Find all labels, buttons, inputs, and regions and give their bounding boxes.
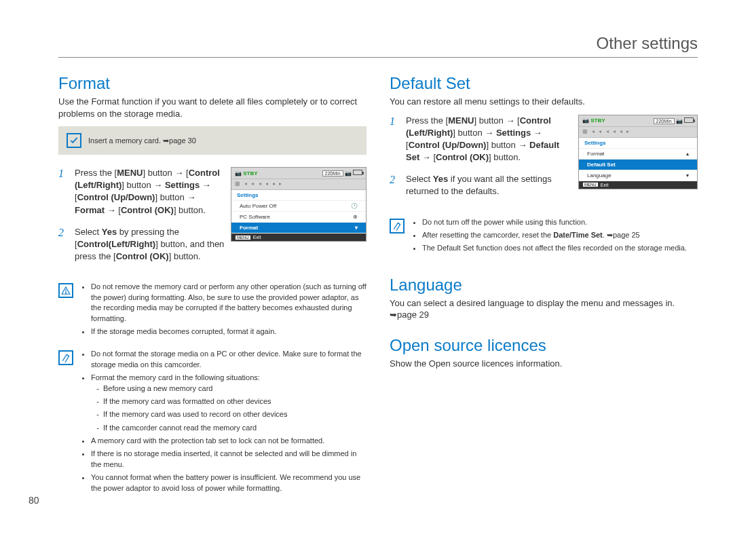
format-tips-block: Do not format the storage media on a PC … (58, 349, 366, 496)
page-number: 80 (29, 495, 39, 506)
warning-icon (58, 283, 73, 298)
language-heading: Language (390, 276, 698, 295)
step-number: 1 (390, 115, 399, 128)
default-tips-block: Do not turn off the power while using th… (390, 217, 698, 257)
format-step-1: Press the [MENU] button → [Control (Left… (75, 167, 225, 217)
default-step-1: Press the [MENU] button → [Control (Left… (406, 115, 573, 164)
lcd-screenshot-default: 📷 STBY 220Min 📷 ▦ ◂ ◂ ◂ ◂ ◂ ▸ Settings F… (578, 115, 698, 189)
left-column: Format Use the Format function if you wa… (58, 70, 366, 506)
osl-heading: Open source licences (390, 336, 698, 355)
language-lead: You can select a desired language to dis… (390, 297, 698, 321)
format-lead: Use the Format function if you want to d… (58, 96, 366, 119)
note-icon (390, 219, 405, 234)
svg-point-1 (65, 293, 66, 293)
note-icon (58, 350, 73, 365)
default-set-lead: You can restore all menu settings to the… (390, 96, 698, 108)
format-heading: Format (58, 74, 366, 93)
check-icon (67, 133, 81, 148)
right-column: Default Set You can restore all menu set… (390, 70, 698, 506)
page-header: Other settings (58, 34, 698, 58)
osl-lead: Show the Open source licences informatio… (390, 358, 698, 370)
format-warning-block: Do not remove the memory card or perform… (58, 282, 366, 339)
step-number: 1 (58, 167, 68, 180)
lcd-screenshot-format: 📷 STBY 220Min 📷 ▦ ◂ ◂ ◂ ◂ ◂ ▸ Settings A… (231, 167, 366, 242)
step-number: 2 (58, 226, 68, 239)
step-number: 2 (390, 173, 399, 186)
default-set-heading: Default Set (390, 74, 698, 93)
default-step-2: Select Yes if you want all the settings … (406, 173, 573, 198)
format-step-2: Select Yes by pressing the [Control(Left… (75, 226, 225, 263)
insert-card-note: Insert a memory card. ➥page 30 (58, 126, 366, 155)
insert-card-text: Insert a memory card. ➥page 30 (88, 136, 196, 145)
